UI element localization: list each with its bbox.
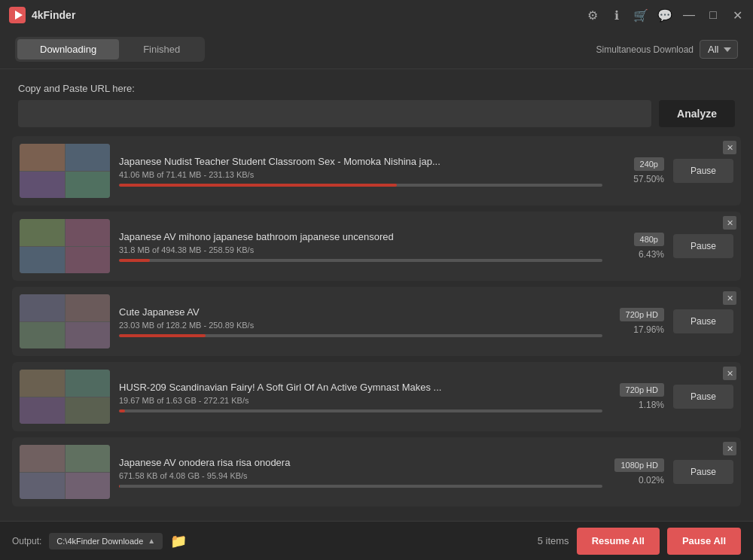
progress-bar-bg bbox=[119, 259, 602, 262]
progress-bar-bg bbox=[119, 485, 602, 488]
resume-all-button[interactable]: Resume All bbox=[577, 528, 660, 555]
item-title: Cute Japanese AV bbox=[119, 306, 602, 318]
progress-bar-bg bbox=[119, 184, 602, 187]
items-count: 5 items bbox=[538, 535, 569, 546]
item-percent: 17.96% bbox=[626, 324, 664, 335]
item-thumbnail bbox=[20, 445, 110, 499]
open-folder-button[interactable]: 📁 bbox=[170, 533, 187, 549]
item-right-info: 720p HD 1.18% bbox=[611, 383, 664, 410]
settings-icon[interactable]: ⚙ bbox=[586, 8, 599, 22]
thumb-cell bbox=[66, 144, 111, 171]
item-right-info: 240p 57.50% bbox=[611, 157, 664, 184]
thumb-cell bbox=[66, 219, 111, 246]
close-item-button[interactable]: ✕ bbox=[723, 367, 736, 380]
item-title: Japanese Nudist Teacher Student Classroo… bbox=[119, 156, 602, 167]
thumb-cell bbox=[66, 294, 111, 321]
progress-bar-fill bbox=[119, 259, 150, 262]
pause-button[interactable]: Pause bbox=[673, 234, 733, 258]
item-info: Japanese Nudist Teacher Student Classroo… bbox=[119, 156, 602, 187]
progress-bar-fill bbox=[119, 184, 397, 187]
item-thumbnail bbox=[20, 144, 110, 198]
url-input[interactable] bbox=[18, 100, 651, 127]
pause-button[interactable]: Pause bbox=[673, 159, 733, 183]
close-item-button[interactable]: ✕ bbox=[723, 216, 736, 230]
thumb-cell bbox=[20, 322, 65, 349]
minimize-icon[interactable]: — bbox=[682, 8, 696, 22]
item-right-info: 1080p HD 0.02% bbox=[611, 458, 664, 485]
item-size: 19.67 MB of 1.63 GB - 272.21 KB/s bbox=[119, 396, 602, 405]
item-size: 41.06 MB of 71.41 MB - 231.13 KB/s bbox=[119, 170, 602, 179]
thumb-cell bbox=[66, 172, 111, 199]
item-quality: 720p HD bbox=[620, 308, 664, 321]
title-bar: 4kFinder ⚙ ℹ 🛒 💬 — □ ✕ bbox=[0, 0, 753, 30]
tab-downloading[interactable]: Downloading bbox=[17, 39, 119, 59]
close-item-button[interactable]: ✕ bbox=[723, 442, 736, 455]
item-controls: Pause bbox=[673, 159, 733, 183]
close-item-button[interactable]: ✕ bbox=[723, 291, 736, 305]
item-quality: 240p bbox=[634, 157, 664, 171]
thumb-cell bbox=[20, 144, 65, 171]
download-item: Cute Japanese AV 23.03 MB of 128.2 MB - … bbox=[12, 287, 741, 356]
output-label: Output: bbox=[12, 536, 41, 546]
item-right-info: 720p HD 17.96% bbox=[611, 308, 664, 335]
pause-button[interactable]: Pause bbox=[673, 309, 733, 333]
pause-all-button[interactable]: Pause All bbox=[667, 528, 741, 555]
app-title: 4kFinder bbox=[32, 9, 75, 21]
tab-finished[interactable]: Finished bbox=[120, 39, 203, 59]
pause-button[interactable]: Pause bbox=[673, 385, 733, 409]
item-info: Japanese AV onodera risa risa onodera 67… bbox=[119, 457, 602, 488]
item-thumbnail bbox=[20, 219, 110, 273]
progress-bar-fill bbox=[119, 409, 125, 412]
chat-icon[interactable]: 💬 bbox=[658, 8, 672, 22]
item-thumbnail bbox=[20, 294, 110, 348]
app-logo-icon bbox=[9, 7, 26, 23]
item-quality: 480p bbox=[634, 233, 664, 246]
thumb-cell bbox=[66, 445, 111, 472]
thumb-cell bbox=[20, 445, 65, 472]
download-item: Japanese AV onodera risa risa onodera 67… bbox=[12, 437, 741, 507]
item-size: 23.03 MB of 128.2 MB - 250.89 KB/s bbox=[119, 321, 602, 330]
close-item-button[interactable]: ✕ bbox=[723, 141, 736, 154]
pause-button[interactable]: Pause bbox=[673, 460, 733, 484]
simultaneous-select[interactable]: All 1 2 3 4 bbox=[700, 40, 738, 59]
maximize-icon[interactable]: □ bbox=[706, 8, 720, 22]
download-item: Japanese AV mihono japanese bathroom jap… bbox=[12, 212, 741, 281]
item-quality: 1080p HD bbox=[614, 458, 664, 472]
thumb-cell bbox=[66, 370, 111, 397]
thumb-cell bbox=[20, 397, 65, 425]
item-info: HUSR-209 Scandinavian Fairy! A Soft Girl… bbox=[119, 382, 602, 412]
output-path-selector[interactable]: C:\4kFinder Downloade ▲ bbox=[49, 533, 163, 549]
simultaneous-label: Simultaneous Download bbox=[596, 44, 694, 55]
thumb-cell bbox=[20, 473, 65, 500]
item-quality: 720p HD bbox=[620, 383, 664, 397]
tab-group: Downloading Finished bbox=[15, 37, 205, 62]
item-percent: 0.02% bbox=[626, 475, 664, 485]
thumb-cell bbox=[66, 473, 111, 500]
chevron-up-icon: ▲ bbox=[148, 537, 155, 545]
item-controls: Pause bbox=[673, 309, 733, 333]
info-icon[interactable]: ℹ bbox=[610, 8, 623, 22]
title-left: 4kFinder bbox=[9, 7, 75, 23]
item-right-info: 480p 6.43% bbox=[611, 233, 664, 260]
url-label: Copy and Paste URL here: bbox=[18, 83, 735, 94]
item-controls: Pause bbox=[673, 385, 733, 409]
thumb-cell bbox=[66, 397, 111, 425]
item-title: Japanese AV onodera risa risa onodera bbox=[119, 457, 602, 468]
thumb-cell bbox=[20, 219, 65, 246]
url-row: Analyze bbox=[18, 100, 735, 127]
progress-bar-fill bbox=[119, 334, 206, 337]
url-section: Copy and Paste URL here: Analyze bbox=[0, 69, 753, 136]
progress-bar-bg bbox=[119, 409, 602, 412]
item-size: 31.8 MB of 494.38 MB - 258.59 KB/s bbox=[119, 245, 602, 254]
item-size: 671.58 KB of 4.08 GB - 95.94 KB/s bbox=[119, 471, 602, 480]
item-info: Cute Japanese AV 23.03 MB of 128.2 MB - … bbox=[119, 306, 602, 337]
cart-icon[interactable]: 🛒 bbox=[634, 8, 648, 22]
toolbar: Downloading Finished Simultaneous Downlo… bbox=[0, 30, 753, 69]
item-controls: Pause bbox=[673, 460, 733, 484]
item-thumbnail bbox=[20, 370, 110, 424]
close-window-icon[interactable]: ✕ bbox=[730, 8, 744, 22]
analyze-button[interactable]: Analyze bbox=[659, 100, 735, 127]
item-percent: 1.18% bbox=[626, 400, 664, 410]
download-item: Japanese Nudist Teacher Student Classroo… bbox=[12, 136, 741, 205]
item-controls: Pause bbox=[673, 234, 733, 258]
